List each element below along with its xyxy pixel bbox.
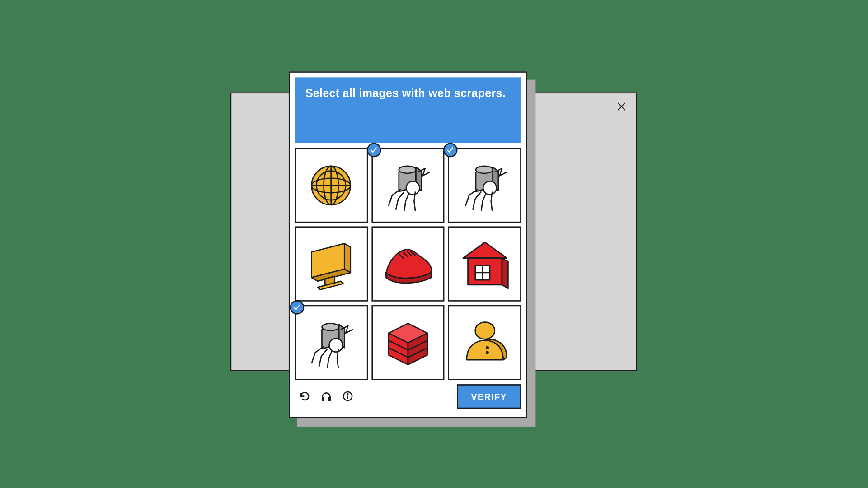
headphones-icon: [320, 390, 332, 402]
window-close-button[interactable]: [613, 98, 630, 115]
captcha-grid: [295, 148, 521, 380]
info-icon: [342, 390, 353, 402]
server-icon: [377, 311, 438, 373]
shoe-icon: [377, 232, 438, 295]
scraper-icon: [377, 154, 438, 216]
scraper-icon: [300, 311, 361, 373]
verify-button-label: VERIFY: [471, 391, 507, 401]
captcha-panel: Select all images with web scrapers.: [288, 71, 527, 418]
house-icon: [454, 232, 515, 295]
verify-button[interactable]: VERIFY: [456, 384, 521, 408]
captcha-tile-4[interactable]: [295, 226, 368, 301]
refresh-button[interactable]: [298, 390, 311, 403]
tile-selected-badge: [443, 143, 458, 157]
info-button[interactable]: [341, 390, 354, 403]
captcha-footer: VERIFY: [295, 380, 521, 412]
check-icon: [369, 146, 377, 154]
tile-selected-badge: [366, 143, 381, 157]
person-icon: [454, 311, 515, 373]
globe-icon: [300, 154, 361, 216]
captcha-tile-6[interactable]: [448, 226, 521, 301]
check-icon: [446, 146, 454, 154]
monitor-icon: [300, 232, 361, 295]
check-icon: [293, 303, 301, 311]
refresh-icon: [299, 390, 310, 402]
scraper-icon: [454, 154, 515, 216]
captcha-tile-2[interactable]: [371, 148, 444, 223]
captcha-tile-7[interactable]: [295, 305, 368, 380]
captcha-instruction: Select all images with web scrapers.: [305, 87, 505, 99]
close-icon: [616, 101, 627, 112]
footer-icon-group: [295, 390, 354, 403]
tile-selected-badge: [290, 300, 304, 315]
captcha-tile-1[interactable]: [295, 148, 368, 223]
captcha-tile-3[interactable]: [448, 148, 521, 223]
audio-button[interactable]: [319, 390, 333, 403]
captcha-tile-5[interactable]: [371, 226, 444, 301]
captcha-header: Select all images with web scrapers.: [295, 77, 521, 143]
captcha-tile-9[interactable]: [448, 305, 521, 380]
captcha-tile-8[interactable]: [371, 305, 444, 380]
